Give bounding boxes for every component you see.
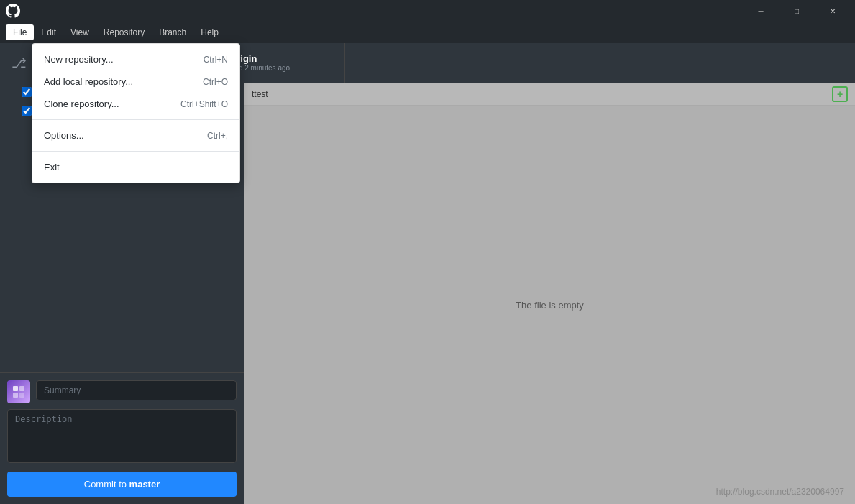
dropdown-options[interactable]: Options... Ctrl+, [32, 124, 239, 147]
commit-button[interactable]: Commit to master [7, 472, 237, 497]
content-area: ttest + The file is empty http://blog.cs… [244, 83, 855, 504]
close-button[interactable]: ✕ [816, 0, 849, 22]
svg-rect-0 [13, 386, 18, 391]
avatar-icon [12, 385, 26, 399]
svg-rect-1 [19, 386, 24, 391]
content-filename: ttest [252, 89, 268, 99]
content-empty-message: The file is empty [244, 106, 855, 504]
menu-bar: File Edit View Repository Branch Help [0, 22, 855, 43]
menu-branch[interactable]: Branch [152, 24, 193, 40]
commit-row [7, 380, 237, 403]
menu-repository[interactable]: Repository [96, 24, 152, 40]
svg-rect-2 [13, 393, 18, 398]
dropdown-clone-repo-label: Clone repository... [44, 98, 119, 109]
title-bar-left [6, 4, 20, 18]
file-dropdown-menu: New repository... Ctrl+N Add local repos… [32, 43, 240, 183]
dropdown-add-local-label: Add local repository... [44, 76, 133, 87]
dropdown-exit[interactable]: Exit [32, 156, 239, 178]
description-textarea[interactable] [7, 409, 237, 463]
dropdown-add-local[interactable]: Add local repository... Ctrl+O [32, 70, 239, 93]
github-logo-icon [6, 4, 20, 18]
content-header: ttest + [244, 83, 855, 106]
commit-button-branch: master [129, 479, 160, 490]
maximize-button[interactable]: □ [780, 0, 813, 22]
dropdown-new-repo-label: New repository... [44, 54, 114, 65]
dropdown-options-label: Options... [44, 130, 84, 141]
dropdown-divider-2 [32, 151, 239, 152]
add-file-button[interactable]: + [832, 86, 848, 102]
menu-help[interactable]: Help [193, 24, 226, 40]
commit-button-label: Commit to [84, 479, 129, 490]
menu-file[interactable]: File [6, 24, 34, 40]
dropdown-new-repo-shortcut: Ctrl+N [204, 55, 228, 65]
dropdown-divider-1 [32, 119, 239, 120]
watermark: http://blog.csdn.net/a2320064997 [716, 487, 844, 497]
title-bar: ─ □ ✕ [0, 0, 855, 22]
commit-inputs [36, 380, 237, 403]
dropdown-options-shortcut: Ctrl+, [207, 131, 228, 141]
svg-rect-3 [19, 393, 24, 398]
dropdown-add-local-shortcut: Ctrl+O [203, 77, 228, 87]
summary-input[interactable] [36, 380, 237, 400]
dropdown-clone-repo-shortcut: Ctrl+Shift+O [180, 99, 228, 109]
dropdown-new-repo[interactable]: New repository... Ctrl+N [32, 48, 239, 70]
title-bar-controls: ─ □ ✕ [744, 0, 849, 22]
menu-view[interactable]: View [63, 24, 96, 40]
menu-edit[interactable]: Edit [34, 24, 63, 40]
commit-section: Commit to master [0, 372, 244, 504]
commit-avatar [7, 380, 30, 403]
file-checkbox-1[interactable] [22, 87, 32, 97]
minimize-button[interactable]: ─ [744, 0, 777, 22]
dropdown-exit-label: Exit [44, 162, 60, 173]
dropdown-clone-repo[interactable]: Clone repository... Ctrl+Shift+O [32, 93, 239, 115]
file-checkbox-2[interactable] [22, 106, 32, 116]
branch-icon: ⎇ [12, 55, 27, 71]
